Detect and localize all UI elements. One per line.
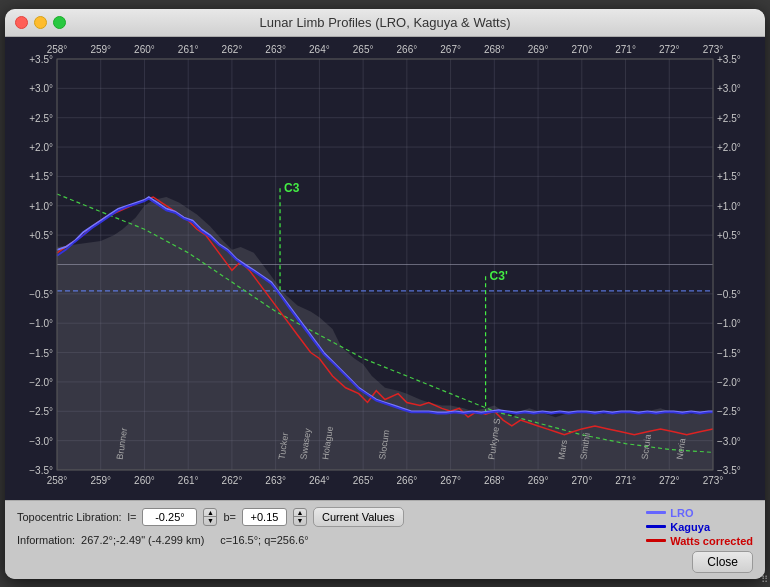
information-label: Information: (17, 534, 75, 546)
main-window: Lunar Limb Profiles (LRO, Kaguya & Watts… (5, 9, 765, 579)
b-stepper[interactable]: ▲ ▼ (293, 508, 307, 526)
legend-item-kaguya: Kaguya (646, 521, 753, 533)
libration-label: Topocentric Libration: (17, 511, 122, 523)
traffic-lights (15, 16, 66, 29)
information-row: Information: 267.2°;-2.49" (-4.299 km) c… (17, 534, 404, 546)
l-stepper-down[interactable]: ▼ (204, 517, 216, 525)
l-stepper[interactable]: ▲ ▼ (203, 508, 217, 526)
b-stepper-down[interactable]: ▼ (294, 517, 306, 525)
watts-label: Watts corrected (670, 535, 753, 547)
watts-swatch (646, 539, 666, 542)
b-label: b= (223, 511, 236, 523)
l-input[interactable] (142, 508, 197, 526)
c-value: c=16.5°; q=256.6° (220, 534, 308, 546)
kaguya-label: Kaguya (670, 521, 710, 533)
current-values-button[interactable]: Current Values (313, 507, 404, 527)
info-value: 267.2°;-2.49" (-4.299 km) (81, 534, 204, 546)
lro-label: LRO (670, 507, 693, 519)
maximize-traffic-light[interactable] (53, 16, 66, 29)
minimize-traffic-light[interactable] (34, 16, 47, 29)
right-side: LRO Kaguya Watts corrected Close (646, 507, 753, 573)
legend-item-lro: LRO (646, 507, 753, 519)
bottom-panel: Topocentric Libration: l= ▲ ▼ b= ▲ ▼ Cur… (5, 500, 765, 579)
resize-grip: ⠿ (761, 575, 765, 579)
left-info: Topocentric Libration: l= ▲ ▼ b= ▲ ▼ Cur… (17, 507, 404, 546)
lro-swatch (646, 511, 666, 514)
libration-row: Topocentric Libration: l= ▲ ▼ b= ▲ ▼ Cur… (17, 507, 404, 527)
chart-area (5, 37, 765, 500)
l-label: l= (128, 511, 137, 523)
b-input[interactable] (242, 508, 287, 526)
kaguya-swatch (646, 525, 666, 528)
window-title: Lunar Limb Profiles (LRO, Kaguya & Watts… (260, 15, 511, 30)
close-button[interactable]: Close (692, 551, 753, 573)
legend-item-watts: Watts corrected (646, 535, 753, 547)
chart-canvas (5, 37, 765, 500)
controls-container: Topocentric Libration: l= ▲ ▼ b= ▲ ▼ Cur… (17, 507, 753, 573)
title-bar: Lunar Limb Profiles (LRO, Kaguya & Watts… (5, 9, 765, 37)
close-traffic-light[interactable] (15, 16, 28, 29)
l-stepper-up[interactable]: ▲ (204, 509, 216, 518)
legend: LRO Kaguya Watts corrected (646, 507, 753, 547)
b-stepper-up[interactable]: ▲ (294, 509, 306, 518)
